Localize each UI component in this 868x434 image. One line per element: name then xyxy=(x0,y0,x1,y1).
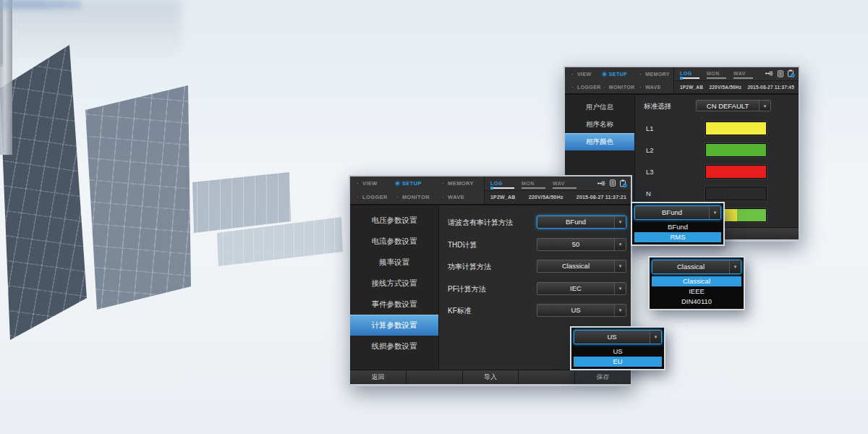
dropdown-arrow-icon: ▾ xyxy=(709,206,720,219)
dropdown-arrow-icon: ▾ xyxy=(614,305,626,316)
storage-card-icon xyxy=(609,179,616,187)
phase-l1-color-swatch[interactable] xyxy=(705,122,767,135)
nav-logger-label: LOGGER xyxy=(577,85,601,90)
option-rms[interactable]: RMS xyxy=(634,232,721,242)
front-header-right: LOG MON WAV 1P2W_AB 220V/5A/50Hz 2015-08… xyxy=(484,176,631,204)
menu-wiring-mode[interactable]: 接线方式设置 xyxy=(350,273,438,294)
footer-cell[interactable] xyxy=(721,228,799,239)
power-popup-selected[interactable]: Classical ▾ xyxy=(652,260,741,274)
back-nav-setup[interactable]: SETUP xyxy=(603,72,639,77)
thd-calc-dropdown[interactable]: 50 ▾ xyxy=(537,238,626,251)
standard-select-dropdown[interactable]: CN DEFAULT ▾ xyxy=(696,100,771,111)
radio-dot-icon xyxy=(571,85,574,89)
menu-event-params[interactable]: 事件参数设置 xyxy=(350,294,438,315)
back-nav-wave[interactable]: WAVE xyxy=(639,85,671,90)
wiring-mode: 1P2W_AB xyxy=(680,85,703,90)
usb-icon xyxy=(597,180,606,187)
back-nav-logger[interactable]: LOGGER xyxy=(571,85,603,90)
front-nav-wave[interactable]: WAVE xyxy=(441,194,481,200)
tab-log[interactable]: LOG xyxy=(680,71,702,76)
dropdown-arrow-icon: ▾ xyxy=(614,283,626,294)
tab-mon[interactable]: MON xyxy=(522,181,548,186)
tab-mon[interactable]: MON xyxy=(707,71,728,76)
kf-standard-dropdown[interactable]: US ▾ xyxy=(537,304,626,317)
harmonic-popup-selected[interactable]: BFund ▾ xyxy=(634,205,721,220)
back-button[interactable]: 返回 xyxy=(350,370,407,384)
kf-standard-popup: US ▾ US EU xyxy=(570,326,665,370)
option-din40110[interactable]: DIN40110 xyxy=(652,297,741,307)
footer-cell[interactable] xyxy=(407,370,463,384)
menu-voltage-params[interactable]: 电压参数设置 xyxy=(350,210,438,231)
menu-phase-name[interactable]: 相序名称 xyxy=(565,116,634,133)
kf-popup-selected[interactable]: US ▾ xyxy=(574,330,662,344)
tab-log[interactable]: LOG xyxy=(490,181,516,186)
radio-dot-icon xyxy=(356,182,359,185)
back-nav-monitor[interactable]: MONITOR xyxy=(603,85,639,90)
option-us[interactable]: US xyxy=(574,346,662,357)
swatch-segment xyxy=(737,209,766,221)
power-method-label: 功率计算方法 xyxy=(448,262,491,272)
menu-phase-color[interactable]: 相序颜色 xyxy=(565,133,634,150)
radio-dot-icon xyxy=(639,85,642,89)
menu-calc-params[interactable]: 计算参数设置 xyxy=(350,315,438,336)
pf-method-label: PF计算方法 xyxy=(448,284,486,294)
back-status-row: 1P2W_AB 220V/5A/50Hz 2015-08-27 11:37:45 xyxy=(674,81,799,94)
tab-wav[interactable]: WAV xyxy=(553,181,579,186)
power-method-dropdown[interactable]: Classical ▾ xyxy=(537,260,626,273)
option-bfund[interactable]: BFund xyxy=(634,222,721,232)
thd-calc-label: THD计算 xyxy=(448,240,477,250)
dropdown-arrow-icon: ▾ xyxy=(729,260,741,273)
radio-dot-icon xyxy=(571,72,574,76)
front-nav-memory[interactable]: MEMORY xyxy=(441,180,481,187)
back-nav-memory[interactable]: MEMORY xyxy=(639,72,671,77)
nav-memory-label: MEMORY xyxy=(645,72,670,77)
front-nav-monitor[interactable]: MONITOR xyxy=(396,194,441,200)
tab-wav[interactable]: WAV xyxy=(733,71,755,76)
front-nav: VIEW SETUP MEMORY LOGGER MONITOR WAVE xyxy=(350,176,484,204)
nav-logger-label: LOGGER xyxy=(362,194,388,200)
datetime: 2015-08-27 11:37:45 xyxy=(747,85,794,90)
front-nav-view[interactable]: VIEW xyxy=(356,180,396,187)
option-eu[interactable]: EU xyxy=(574,357,662,367)
import-button[interactable]: 导入 xyxy=(463,370,519,384)
nav-setup-label: SETUP xyxy=(609,72,627,77)
front-footer: 返回 导入 保存 xyxy=(350,370,631,384)
datetime: 2015-08-27 11:37:21 xyxy=(576,195,626,200)
dropdown-arrow-icon: ▾ xyxy=(759,101,770,111)
front-nav-logger[interactable]: LOGGER xyxy=(356,194,396,200)
pf-method-dropdown[interactable]: IEC ▾ xyxy=(537,282,626,295)
harmonic-method-dropdown[interactable]: BFund ▾ xyxy=(537,216,626,229)
phase-l2-color-swatch[interactable] xyxy=(705,143,767,157)
front-nav-setup[interactable]: SETUP xyxy=(396,180,441,187)
usb-icon xyxy=(765,70,774,77)
menu-frequency[interactable]: 频率设置 xyxy=(350,252,438,273)
range-value: 220V/5A/50Hz xyxy=(529,195,563,200)
menu-current-params[interactable]: 电流参数设置 xyxy=(350,231,438,252)
nav-view-label: VIEW xyxy=(362,180,378,187)
phase-n-label: N xyxy=(646,190,651,197)
panel-reflection xyxy=(0,0,181,80)
back-header-right: LOG MON WAV 1P2W_AB 220V/5A/50Hz 2015-08… xyxy=(673,67,799,93)
radio-dot-icon xyxy=(441,182,445,185)
menu-lineloss-params[interactable]: 线损参数设置 xyxy=(350,336,438,357)
save-button[interactable]: 保存 xyxy=(575,370,631,384)
front-status-row: 1P2W_AB 220V/5A/50Hz 2015-08-27 11:37:21 xyxy=(485,191,631,205)
menu-user-info[interactable]: 用户信息 xyxy=(565,98,634,116)
dropdown-arrow-icon: ▾ xyxy=(614,216,626,228)
partial-color-swatch[interactable] xyxy=(705,187,767,200)
nav-wave-label: WAVE xyxy=(645,85,661,90)
option-classical[interactable]: Classical xyxy=(652,276,741,286)
option-ieee[interactable]: IEEE xyxy=(652,286,741,297)
standard-select-label: 标准选择 xyxy=(644,102,671,111)
radio-dot-icon xyxy=(441,195,445,199)
footer-cell[interactable] xyxy=(519,370,575,384)
range-value: 220V/5A/50Hz xyxy=(709,85,741,90)
selected-value: Classical xyxy=(652,260,729,273)
power-method-value: Classical xyxy=(537,260,614,272)
phase-l3-color-swatch[interactable] xyxy=(705,165,767,179)
status-icons xyxy=(597,179,627,187)
radio-dot-icon xyxy=(356,195,359,199)
back-nav: VIEW SETUP MEMORY LOGGER MONITOR WAVE xyxy=(565,67,673,93)
back-nav-view[interactable]: VIEW xyxy=(571,72,603,77)
dropdown-arrow-icon: ▾ xyxy=(650,331,661,344)
